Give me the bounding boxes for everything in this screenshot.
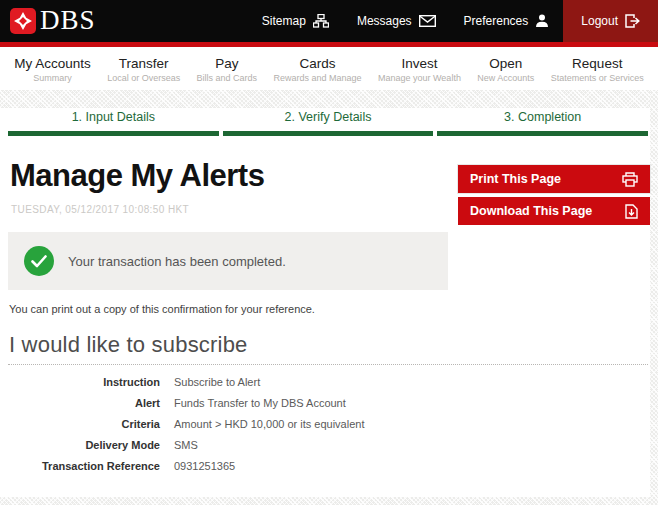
- sitemap-icon: [313, 14, 329, 28]
- step-input-details: 1. Input Details: [8, 110, 219, 136]
- step-progress-bar: [223, 131, 434, 136]
- step-label: 1. Input Details: [8, 110, 219, 131]
- step-progress-bar: [437, 131, 648, 136]
- messages-link-label: Messages: [357, 14, 412, 28]
- preferences-link[interactable]: Preferences: [450, 0, 564, 42]
- nav-label: Request: [551, 56, 644, 71]
- dbs-logo[interactable]: DBS: [10, 8, 96, 34]
- step-verify-details: 2. Verify Details: [223, 110, 434, 136]
- nav-label: Invest: [378, 56, 461, 71]
- nav-item-request[interactable]: Request Statements or Services: [551, 54, 644, 83]
- detail-label: Instruction: [0, 376, 160, 388]
- progress-steps: 1. Input Details 2. Verify Details 3. Co…: [8, 110, 648, 136]
- detail-row-delivery-mode: Delivery Mode SMS: [0, 439, 460, 451]
- nav-sublabel: Rewards and Manage: [274, 73, 362, 83]
- step-label: 2. Verify Details: [223, 110, 434, 131]
- detail-label: Delivery Mode: [0, 439, 160, 451]
- nav-label: Cards: [274, 56, 362, 71]
- detail-label: Criteria: [0, 418, 160, 430]
- success-message-text: Your transaction has been completed.: [68, 254, 286, 269]
- detail-label: Alert: [0, 397, 160, 409]
- detail-row-alert: Alert Funds Transfer to My DBS Account: [0, 397, 460, 409]
- dbs-logo-text: DBS: [40, 7, 96, 34]
- detail-value: 0931251365: [174, 460, 235, 472]
- utility-menu: Sitemap Messages Preferences Logout: [248, 0, 658, 42]
- background-texture-band: [0, 90, 658, 108]
- nav-sublabel: Summary: [14, 73, 91, 83]
- nav-label: Open: [477, 56, 534, 71]
- page-title: Manage My Alerts: [10, 158, 264, 194]
- nav-item-open[interactable]: Open New Accounts: [477, 54, 534, 83]
- nav-item-my-accounts[interactable]: My Accounts Summary: [14, 54, 91, 83]
- success-check-icon: [24, 246, 54, 276]
- success-message-box: Your transaction has been completed.: [8, 232, 448, 290]
- detail-value: Funds Transfer to My DBS Account: [174, 397, 346, 409]
- step-label: 3. Completion: [437, 110, 648, 131]
- nav-sublabel: Manage your Wealth: [378, 73, 461, 83]
- logout-button[interactable]: Logout: [563, 0, 658, 42]
- nav-sublabel: Statements or Services: [551, 73, 644, 83]
- nav-item-cards[interactable]: Cards Rewards and Manage: [274, 54, 362, 83]
- download-page-button[interactable]: Download This Page: [458, 197, 650, 225]
- page-actions: Print This Page Download This Page: [458, 165, 650, 229]
- nav-sublabel: Bills and Cards: [197, 73, 258, 83]
- nav-label: Transfer: [107, 56, 180, 71]
- nav-item-transfer[interactable]: Transfer Local or Overseas: [107, 54, 180, 83]
- confirmation-details: Instruction Subscribe to Alert Alert Fun…: [0, 376, 460, 481]
- sitemap-link[interactable]: Sitemap: [248, 0, 343, 42]
- dbs-logo-icon: [10, 8, 36, 34]
- page-timestamp: TUESDAY, 05/12/2017 10:08:50 HKT: [11, 204, 189, 215]
- main-nav: My Accounts Summary Transfer Local or Ov…: [0, 47, 658, 90]
- section-title: I would like to subscribe: [9, 332, 248, 358]
- printer-icon: [622, 172, 638, 187]
- nav-sublabel: Local or Overseas: [107, 73, 180, 83]
- step-progress-bar: [8, 131, 219, 136]
- print-page-button[interactable]: Print This Page: [458, 165, 650, 193]
- nav-label: Pay: [197, 56, 258, 71]
- detail-label: Transaction Reference: [0, 460, 160, 472]
- download-icon: [625, 204, 638, 219]
- print-page-button-label: Print This Page: [470, 172, 622, 186]
- step-completion: 3. Completion: [437, 110, 648, 136]
- dotted-divider: [8, 364, 648, 365]
- top-bar: DBS Sitemap Messages Preferences: [0, 0, 658, 42]
- logout-icon: [625, 14, 640, 28]
- detail-value: SMS: [174, 439, 198, 451]
- background-texture-strip: [650, 90, 658, 505]
- preferences-link-label: Preferences: [464, 14, 529, 28]
- detail-row-transaction-reference: Transaction Reference 0931251365: [0, 460, 460, 472]
- messages-icon: [419, 15, 436, 27]
- sitemap-link-label: Sitemap: [262, 14, 306, 28]
- print-note: You can print out a copy of this confirm…: [9, 303, 315, 315]
- logout-button-label: Logout: [581, 14, 618, 28]
- nav-sublabel: New Accounts: [477, 73, 534, 83]
- detail-value: Subscribe to Alert: [174, 376, 260, 388]
- nav-item-invest[interactable]: Invest Manage your Wealth: [378, 54, 461, 83]
- background-texture-band: [0, 497, 658, 505]
- detail-row-instruction: Instruction Subscribe to Alert: [0, 376, 460, 388]
- download-page-button-label: Download This Page: [470, 204, 625, 218]
- detail-row-criteria: Criteria Amount > HKD 10,000 or its equi…: [0, 418, 460, 430]
- nav-label: My Accounts: [14, 56, 91, 71]
- messages-link[interactable]: Messages: [343, 0, 450, 42]
- user-icon: [535, 14, 549, 28]
- detail-value: Amount > HKD 10,000 or its equivalent: [174, 418, 364, 430]
- nav-item-pay[interactable]: Pay Bills and Cards: [197, 54, 258, 83]
